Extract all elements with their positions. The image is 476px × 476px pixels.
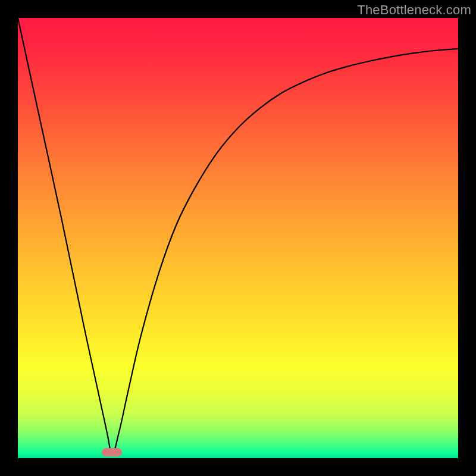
trough-marker: [102, 448, 122, 456]
chart-frame: TheBottleneck.com: [0, 0, 476, 476]
plot-area: [18, 18, 458, 458]
curve-svg: [18, 18, 458, 458]
bottleneck-curve: [18, 18, 458, 454]
watermark-text: TheBottleneck.com: [357, 2, 471, 18]
